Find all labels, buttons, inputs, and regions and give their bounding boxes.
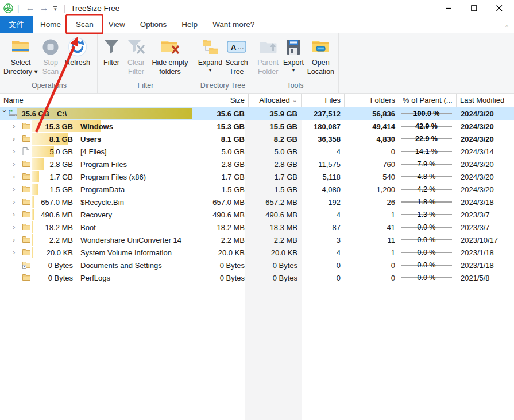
- ribbon-collapse-icon[interactable]: ⌃: [504, 24, 509, 32]
- column-header-name[interactable]: Name: [0, 94, 192, 107]
- cell-percent-of-parent: 22.9 %: [399, 133, 457, 145]
- button-label: Location: [307, 67, 334, 76]
- svg-text:A: A: [231, 43, 237, 52]
- cell-size: 657.0 MB: [192, 196, 249, 208]
- menu-tab-want-more-[interactable]: Want more?: [205, 16, 262, 33]
- table-row-boot[interactable]: ›18.2 MBBoot18.2 MB18.3 MB87410.0 %2023/…: [0, 221, 514, 234]
- minimize-button[interactable]: [436, 1, 461, 15]
- cell-percent-of-parent: 0.0 %: [399, 246, 457, 259]
- row-size-label: 0 Bytes: [32, 261, 73, 270]
- table-row-perflogs[interactable]: 0 BytesPerfLogs0 Bytes0 Bytes000.0 %2021…: [0, 271, 514, 284]
- cell-allocated: 5.0 GB: [249, 145, 302, 158]
- hide-empty-folders-button[interactable]: Hide emptyfolders: [149, 35, 191, 77]
- menu-tab-view[interactable]: View: [101, 16, 133, 33]
- cell-folders: 49,414: [345, 120, 399, 133]
- table-row-program-files-x86[interactable]: ›1.7 GBProgram Files (x86)1.7 GB1.7 GB5,…: [0, 170, 514, 183]
- cell-percent-of-parent: 4.8 %: [399, 170, 457, 183]
- search-tree-button[interactable]: A…SearchTree: [224, 35, 249, 77]
- folder-icon: [22, 273, 31, 283]
- cell-files: 11,575: [302, 158, 345, 170]
- expand-chevron-icon[interactable]: ›: [13, 160, 20, 168]
- table-row-recycle-bin[interactable]: ›657.0 MB$Recycle.Bin657.0 MB657.2 MB192…: [0, 196, 514, 208]
- table-row-system-volume-information[interactable]: ›20.0 KBSystem Volume Information20.0 KB…: [0, 246, 514, 259]
- column-header-allocated[interactable]: Allocated ⌄: [249, 94, 302, 107]
- menu-tab-scan[interactable]: Scan: [68, 16, 101, 33]
- cell-allocated: 1.5 GB: [249, 183, 302, 196]
- cell-size: 35.6 GB: [192, 107, 249, 120]
- ribbon-group-directory-tree: Expand▾A…SearchTreeDirectory Tree: [194, 33, 252, 93]
- menu-tab-help[interactable]: Help: [174, 16, 205, 33]
- cell-percent-of-parent: 0.0 %: [399, 271, 457, 284]
- table-row-windows[interactable]: ›15.3 GBWindows15.3 GB15.5 GB180,08749,4…: [0, 120, 514, 133]
- column-header-size[interactable]: Size: [192, 94, 249, 107]
- column-header-last-modified[interactable]: Last Modified: [457, 94, 514, 107]
- expand-chevron-icon[interactable]: ›: [13, 197, 20, 206]
- table-row-programdata[interactable]: ›1.5 GBProgramData1.5 GB1.5 GB4,0801,200…: [0, 183, 514, 196]
- menu-tab-home[interactable]: Home: [33, 16, 68, 33]
- table-row-documents-and-settings[interactable]: 0 BytesDocuments and Settings0 Bytes0 By…: [0, 259, 514, 271]
- table-row-recovery[interactable]: ›490.6 MBRecovery490.6 MB490.6 MB411.3 %…: [0, 208, 514, 221]
- button-label: Open: [312, 58, 330, 67]
- table-row-c[interactable]: ›35.6 GBC:\35.6 GB35.9 GB237,51256,83610…: [0, 107, 514, 120]
- menu-tab-options[interactable]: Options: [133, 16, 175, 33]
- folder-icon: [22, 172, 31, 182]
- menu-tab-file[interactable]: 文件: [0, 16, 33, 33]
- expand-chevron-icon[interactable]: ›: [13, 122, 20, 130]
- expand-chevron-icon[interactable]: ›: [13, 248, 20, 256]
- sort-indicator-icon: ⌄: [292, 96, 297, 104]
- cell-files: 4: [302, 145, 345, 158]
- column-header-folders[interactable]: Folders: [345, 94, 399, 107]
- expand-button[interactable]: Expand▾: [196, 35, 224, 74]
- cell-allocated: 8.2 GB: [249, 133, 302, 145]
- refresh-button[interactable]: Refresh: [63, 35, 92, 67]
- window-title: TreeSize Free: [71, 4, 119, 13]
- cell-folders: 760: [345, 158, 399, 170]
- cell-allocated: 0 Bytes: [249, 259, 302, 271]
- folder-icon: [22, 248, 31, 258]
- menu-bar: 文件 HomeScanViewOptionsHelpWant more? ⌃: [0, 16, 514, 33]
- expand-chevron-icon[interactable]: ›: [13, 172, 20, 181]
- filter-button[interactable]: Filter: [100, 35, 123, 67]
- expand-chevron-icon[interactable]: ›: [13, 210, 20, 219]
- expand-chevron-icon[interactable]: ›: [13, 235, 20, 244]
- expand-chevron-icon[interactable]: ›: [13, 134, 20, 143]
- cell-files: 4: [302, 208, 345, 221]
- button-label: Folder: [258, 67, 278, 76]
- ribbon-group-label: Filter: [98, 81, 194, 93]
- maximize-button[interactable]: [461, 1, 486, 15]
- close-button[interactable]: [486, 1, 512, 15]
- cell-size: 2.2 MB: [192, 234, 249, 246]
- column-header-files[interactable]: Files: [302, 94, 345, 107]
- table-row-program-files[interactable]: ›2.8 GBProgram Files2.8 GB2.8 GB11,57576…: [0, 158, 514, 170]
- row-name-label: Recovery: [80, 211, 112, 219]
- cell-files: 4,080: [302, 183, 345, 196]
- export-button[interactable]: Export▾: [281, 35, 305, 74]
- button-label: Stop: [43, 58, 58, 67]
- cell-allocated: 2.2 MB: [249, 234, 302, 246]
- table-row-wondershare-uniconverter-14[interactable]: ›2.2 MBWondershare UniConverter 142.2 MB…: [0, 234, 514, 246]
- funnel-icon: [103, 36, 120, 58]
- cell-size: 18.2 MB: [192, 221, 249, 234]
- cell-size: 0 Bytes: [192, 259, 249, 271]
- cell-allocated: 657.2 MB: [249, 196, 302, 208]
- row-size-label: 35.6 GB: [21, 110, 49, 118]
- table-header: NameSizeAllocated ⌄FilesFolders% of Pare…: [0, 94, 514, 107]
- svg-text:…: …: [237, 43, 244, 51]
- back-arrow-icon[interactable]: ←: [24, 3, 37, 13]
- cell-allocated: 1.7 GB: [249, 170, 302, 183]
- quick-access-dropdown-icon[interactable]: ▾: [51, 6, 60, 10]
- forward-arrow-icon[interactable]: →: [37, 3, 51, 13]
- open-location-button[interactable]: OpenLocation: [306, 35, 336, 77]
- cell-folders: 26: [345, 196, 399, 208]
- cell-percent-of-parent: 0.0 %: [399, 234, 457, 246]
- table-row-users[interactable]: ›8.1 GBUsers8.1 GB8.2 GB36,3584,83022.9 …: [0, 133, 514, 145]
- cell-files: 180,087: [302, 120, 345, 133]
- table-row-4-files[interactable]: ›5.0 GB[4 Files]5.0 GB5.0 GB4014.1 %2024…: [0, 145, 514, 158]
- column-header--of-parent-[interactable]: % of Parent (...: [399, 94, 457, 107]
- cell-size: 1.7 GB: [192, 170, 249, 183]
- expand-chevron-icon[interactable]: ›: [13, 147, 20, 155]
- select-directory-button[interactable]: SelectDirectory ▾: [3, 35, 38, 77]
- cell-files: 0: [302, 271, 345, 284]
- expand-chevron-icon[interactable]: ›: [13, 185, 20, 193]
- expand-chevron-icon[interactable]: ›: [13, 223, 20, 231]
